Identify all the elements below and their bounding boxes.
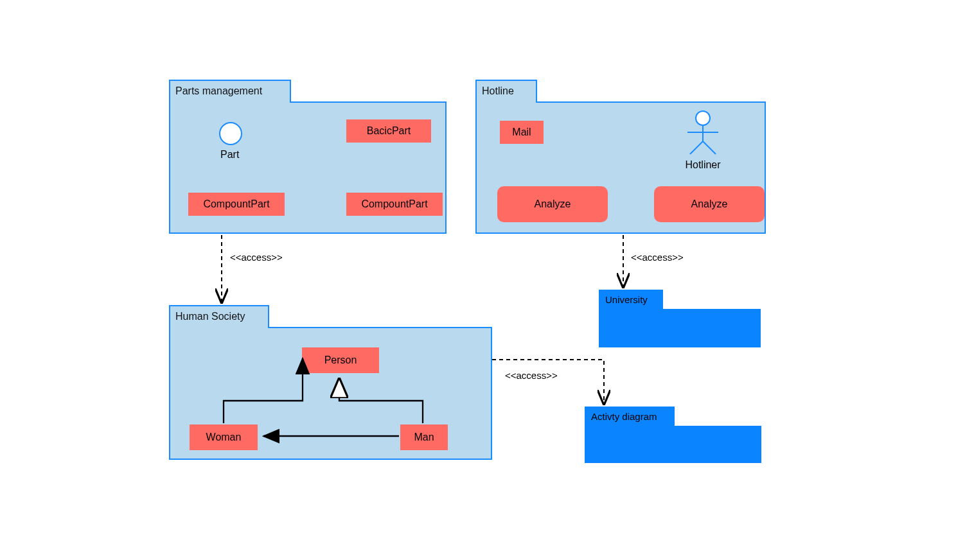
package-tab-activity: Activty diagram (585, 407, 675, 427)
mail-label: Mail (512, 127, 531, 138)
package-hotline-title: Hotline (482, 85, 514, 96)
svg-line-3 (703, 141, 716, 154)
package-activity-title: Activty diagram (591, 411, 657, 422)
part-interface-icon (219, 122, 242, 145)
basic-part-label: BacicPart (367, 125, 411, 137)
package-tab-parts-management: Parts management (169, 80, 291, 103)
package-university-title: University (605, 294, 648, 305)
package-human-society-title: Human Society (175, 311, 245, 322)
man-box: Man (400, 424, 448, 450)
svg-line-2 (690, 141, 703, 154)
person-label: Person (324, 354, 357, 366)
package-tab-hotline: Hotline (475, 80, 537, 103)
package-hotline: Hotline Mail Hotliner Analyze Analyze (475, 101, 766, 234)
actor-label: Hotliner (677, 159, 729, 171)
conn-label-access-2: <<access>> (631, 252, 684, 263)
conn-label-access-1: <<access>> (230, 252, 283, 263)
compount-part-label-2: CompountPart (361, 198, 427, 210)
package-tab-university: University (599, 290, 663, 310)
woman-label: Woman (206, 432, 242, 443)
actor-body-icon (682, 126, 723, 157)
package-tab-human-society: Human Society (169, 305, 269, 328)
analyze-label-2: Analyze (691, 198, 728, 210)
analyze-label-1: Analyze (535, 198, 571, 210)
basic-part-box: BacicPart (346, 119, 431, 143)
package-human-society: Human Society Person Woman Man (169, 327, 492, 460)
diagram-canvas: Parts management Part BacicPart Compount… (0, 0, 974, 560)
compount-part-box-2: CompountPart (346, 193, 443, 216)
package-university: University (599, 309, 761, 347)
part-label: Part (220, 149, 239, 161)
package-parts-management-title: Parts management (175, 85, 262, 96)
analyze-box-1: Analyze (497, 186, 608, 222)
compount-part-box-1: CompountPart (188, 193, 285, 216)
mail-box: Mail (500, 121, 544, 144)
man-label: Man (414, 432, 434, 443)
package-activity: Activty diagram (585, 426, 761, 463)
compount-part-label-1: CompountPart (203, 198, 269, 210)
conn-label-access-3: <<access>> (505, 370, 558, 381)
analyze-box-2: Analyze (654, 186, 765, 222)
actor-head-icon (695, 110, 711, 126)
conn-human-to-activity (492, 360, 604, 404)
package-parts-management: Parts management Part BacicPart Compount… (169, 101, 447, 234)
person-box: Person (302, 347, 379, 373)
woman-box: Woman (190, 424, 258, 450)
